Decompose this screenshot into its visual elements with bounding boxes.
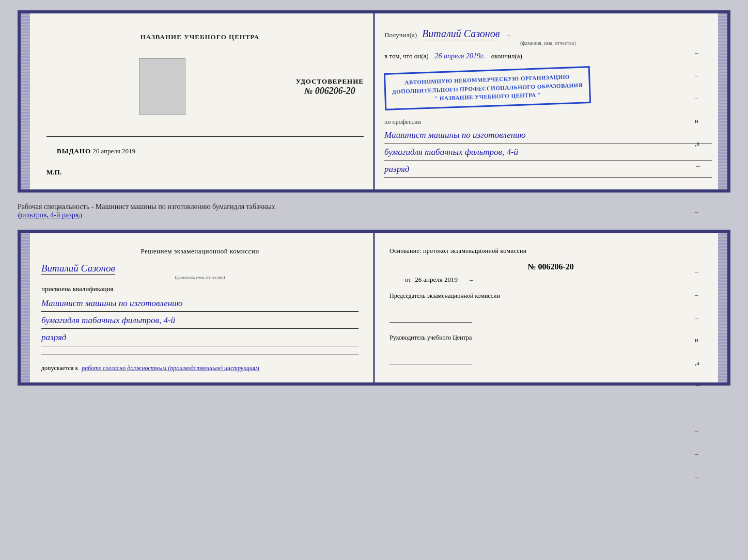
right-binding-strip: [718, 13, 727, 189]
exam-commission-title: Решением экзаменационной комиссии: [41, 247, 359, 255]
bdash-10: –: [695, 472, 702, 481]
center-head-label: Руководитель учебного Центра: [389, 334, 712, 342]
protocol-date-section: от 26 апреля 2019 –: [405, 276, 712, 284]
center-head-section: Руководитель учебного Центра: [389, 334, 712, 366]
training-center-label: НАЗВАНИЕ УЧЕБНОГО ЦЕНТРА: [141, 33, 260, 41]
qualification-line1: Машинист машины по изготовлению: [41, 296, 359, 312]
bdash-2: –: [695, 291, 702, 299]
qualification-line3: разряд: [41, 330, 359, 346]
date-prefix: в том, что он(а): [384, 52, 429, 60]
top-cert-left: НАЗВАНИЕ УЧЕБНОГО ЦЕНТРА УДОСТОВЕРЕНИЕ №…: [21, 13, 379, 189]
stamp-box: АВТОНОМНУЮ НЕКОММЕРЧЕСКУЮ ОРГАНИЗАЦИЮ ДО…: [384, 66, 591, 110]
dash-3: –: [695, 94, 702, 102]
date-value: 26 апреля 2019г.: [435, 52, 485, 60]
chairman-section: Председатель экзаменационной комиссии: [389, 292, 712, 325]
bottom-cert-right: – – – и ,а ← – – – – Основание: протокол…: [374, 233, 727, 382]
bottom-divider: [41, 355, 359, 355]
dash-1: –: [695, 49, 702, 57]
bdash-5: ,а: [695, 359, 702, 367]
top-cert-right: – – – и ,а ← – – – – Получил(а) Виталий …: [379, 13, 727, 189]
top-document-pair: НАЗВАНИЕ УЧЕБНОГО ЦЕНТРА УДОСТОВЕРЕНИЕ №…: [18, 10, 730, 193]
bottom-right-binding-strip: [718, 233, 727, 382]
dash-7: –: [695, 185, 702, 193]
dash-5: ,а: [695, 139, 702, 148]
protocol-date-dash: –: [470, 276, 473, 283]
dash-2: –: [695, 71, 702, 79]
bottom-document-pair: Решением экзаменационной комиссии Витали…: [18, 230, 730, 386]
allowed-text: работе согласно должностным (производств…: [82, 364, 259, 372]
certificate-number-section: УДОСТОВЕРЕНИЕ № 006206-20: [296, 77, 364, 97]
profession-text: Машинист машины по изготовлению бумагидл…: [384, 128, 712, 178]
profession-line1: Машинист машины по изготовлению: [384, 128, 712, 143]
qualification-text: Машинист машины по изготовлению бумагидл…: [41, 296, 359, 346]
divider-1: [46, 136, 364, 137]
allowed-section: допускается к работе согласно должностны…: [41, 364, 359, 372]
bottom-person-section: Виталий Сазонов (фамилия, имя, отчество): [41, 263, 359, 280]
basis-label: Основание: протокол экзаменационной коми…: [389, 247, 712, 255]
recipient-subtitle: (фамилия, имя, отчество): [384, 40, 712, 46]
bdash-6: ←: [695, 381, 702, 390]
bdash-1: –: [695, 268, 702, 276]
bottom-cert-left: Решением экзаменационной комиссии Витали…: [21, 233, 374, 382]
protocol-date-value: 26 апреля 2019: [415, 276, 458, 283]
recipient-prefix: Получил(а): [384, 31, 417, 39]
profession-line2: бумагидля табачных фильтров, 4-й: [384, 145, 712, 161]
info-main-text: Рабочая специальность - Машинист машины …: [18, 203, 275, 211]
protocol-date-prefix: от: [405, 276, 411, 283]
bdash-3: –: [695, 313, 702, 322]
bdash-9: –: [695, 450, 702, 458]
recipient-section: Получил(а) Виталий Сазонов – (фамилия, и…: [384, 28, 712, 46]
profession-section: по профессии Машинист машины по изготовл…: [384, 118, 712, 178]
bdash-7: –: [695, 404, 702, 412]
recipient-name: Виталий Сазонов: [422, 28, 500, 40]
issued-label: Выдано: [57, 147, 91, 155]
bdash-8: –: [695, 427, 702, 435]
chairman-label: Председатель экзаменационной комиссии: [389, 292, 712, 300]
mp-label: М.П.: [41, 168, 364, 177]
dash-4: и: [695, 117, 702, 125]
bottom-right-dashes: – – – и ,а ← – – – –: [695, 268, 702, 481]
chairman-signature-line: [389, 312, 472, 323]
date-section: в том, что он(а) 26 апреля 2019г. окончи…: [384, 51, 712, 60]
profession-label: по профессии: [384, 118, 712, 126]
photo-placeholder: [139, 58, 185, 115]
info-underlined-text: фильтров, 4-й разряд: [18, 211, 82, 219]
certificate-label: УДОСТОВЕРЕНИЕ: [296, 77, 364, 86]
qualification-line2: бумагидля табачных фильтров, 4-й: [41, 313, 359, 329]
allowed-prefix: допускается к: [41, 364, 78, 372]
issued-section: Выдано 26 апреля 2019: [46, 147, 364, 155]
protocol-number: № 006206-20: [389, 262, 712, 271]
certificate-number: № 006206-20: [296, 86, 364, 97]
dash-6: ←: [695, 162, 702, 170]
info-text-section: Рабочая специальность - Машинист машины …: [18, 202, 730, 220]
dash-8: –: [695, 207, 702, 216]
bottom-person-name: Виталий Сазонов: [41, 263, 115, 275]
center-head-signature-line: [389, 354, 472, 364]
date-suffix: окончил(а): [491, 52, 522, 60]
recipient-dash: –: [507, 31, 510, 39]
issued-date: 26 апреля 2019: [92, 147, 135, 155]
assigned-label: присвоена квалификация: [41, 285, 359, 293]
profession-line3: разряд: [384, 162, 712, 178]
bdash-4: и: [695, 336, 702, 344]
bottom-person-subtitle: (фамилия, имя, отчество): [41, 275, 359, 280]
